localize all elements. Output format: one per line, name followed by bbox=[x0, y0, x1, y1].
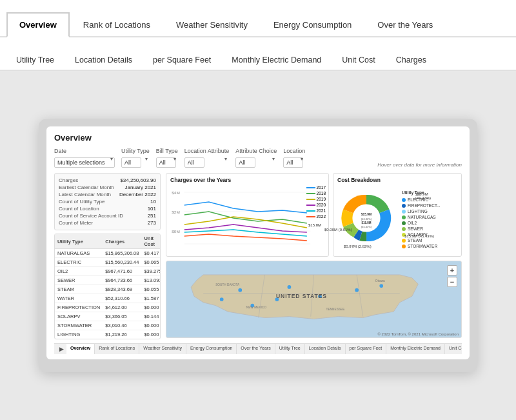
tab-charges[interactable]: Charges bbox=[386, 50, 436, 70]
col-utility-type: Utility Type bbox=[55, 234, 103, 249]
legend-2017-label: 2017 bbox=[317, 185, 326, 190]
legend-2021: 2021 bbox=[306, 208, 326, 213]
dash-tab-years[interactable]: Over the Years bbox=[237, 344, 275, 354]
map-credit: © 2022 TomTom, © 2021 Microsoft Corporat… bbox=[378, 332, 459, 336]
dash-tab-unit[interactable]: Unit Cost bbox=[445, 344, 462, 354]
dash-tab-overview[interactable]: Overview bbox=[66, 344, 95, 354]
svg-point-23 bbox=[220, 297, 224, 301]
left-panel: Charges $34,250,603.90 Earliest Calendar… bbox=[54, 173, 161, 339]
legend-stormwater: STORMWATER bbox=[402, 244, 441, 248]
svg-point-21 bbox=[355, 288, 359, 292]
dash-tab-sqft[interactable]: per Square Feet bbox=[346, 344, 387, 354]
tab-monthly-electric[interactable]: Monthly Electric Demand bbox=[222, 50, 331, 70]
stats-latest-value: December 2022 bbox=[119, 192, 156, 197]
year-legend: 2017 2018 2019 bbox=[306, 185, 326, 219]
legend-2017: 2017 bbox=[306, 185, 326, 190]
dashboard-title: Overview bbox=[54, 133, 462, 143]
tab-rank[interactable]: Rank of Locations bbox=[71, 13, 163, 36]
table-row: ELECTRIC$15,560,230.44$0.065KWH bbox=[55, 258, 161, 267]
col-charges: Charges bbox=[103, 234, 141, 249]
dash-tab-monthly[interactable]: Monthly Electric Demand bbox=[386, 344, 445, 354]
filter-locattr-select[interactable]: All bbox=[184, 157, 204, 168]
stats-charges-value: $34,250,603.90 bbox=[120, 177, 156, 183]
svg-text:$4M: $4M bbox=[172, 190, 180, 195]
tab-utility-tree[interactable]: Utility Tree bbox=[6, 50, 64, 70]
donut-svg: $15.9M (46.32%) $15.8M (45.43%) bbox=[337, 189, 395, 247]
svg-text:SOUTH DAKOTA: SOUTH DAKOTA bbox=[215, 283, 240, 286]
legend-2019: 2019 bbox=[306, 197, 326, 201]
legend-2018-line bbox=[306, 193, 315, 194]
line-chart-svg: $4M $2M $0M bbox=[170, 186, 324, 250]
legend-2018: 2018 bbox=[306, 191, 326, 195]
legend-2020-label: 2020 bbox=[317, 203, 326, 207]
filter-bill-label: Bill Type bbox=[156, 148, 178, 154]
svg-text:(46.32%): (46.32%) bbox=[361, 217, 372, 221]
callout-electric: $15.9M (45.43%) bbox=[404, 234, 434, 238]
legend-2019-line bbox=[306, 199, 315, 200]
legend-lighting: LIGHTING bbox=[402, 209, 441, 214]
callout-naturalgas: $15.9M(46.32%) bbox=[415, 192, 431, 200]
stats-location-count-label: Count of Location bbox=[59, 206, 99, 212]
stats-service-count-label: Count of Service Account ID bbox=[59, 213, 123, 219]
legend-2019-label: 2019 bbox=[317, 197, 326, 201]
table-row: LIGHTING$1,219.26$0.000KWH bbox=[55, 330, 161, 339]
table-row: NATURALGAS$15,865,306.08$0.417THERM bbox=[55, 249, 161, 258]
legend-oil2-label: OIL2 bbox=[408, 221, 417, 225]
table-row: STORMWATER$3,010.46$0.000SQFEET bbox=[55, 321, 161, 330]
zoom-out-button[interactable]: − bbox=[447, 277, 457, 287]
legend-sewer: SEWER bbox=[402, 226, 441, 231]
dash-tab-location[interactable]: Location Details bbox=[305, 344, 346, 354]
filter-location-label: Location bbox=[283, 148, 305, 154]
svg-text:TENNESSEE: TENNESSEE bbox=[326, 308, 345, 311]
dash-tab-energy[interactable]: Energy Consumption bbox=[186, 344, 237, 354]
filter-location-select[interactable]: All bbox=[283, 157, 303, 168]
dash-tab-prev-arrow[interactable]: ▶ bbox=[57, 344, 66, 354]
stats-meter-count: Count of Meter 273 bbox=[59, 219, 156, 226]
legend-naturalgas: NATURALGAS bbox=[402, 215, 441, 219]
charts-row: Charges over the Years $4M $2M $0M bbox=[166, 173, 462, 257]
tab-years[interactable]: Over the Years bbox=[365, 13, 445, 36]
donut-row: $15.9M (46.32%) $15.8M (45.43%) $15.9M(4… bbox=[337, 186, 457, 253]
svg-text:$0M: $0M bbox=[172, 229, 180, 234]
dash-tab-weather[interactable]: Weather Sensitivity bbox=[139, 344, 186, 354]
legend-2020-line bbox=[306, 205, 315, 206]
legend-oil2: OIL2 bbox=[402, 221, 441, 225]
filter-date: Date Multiple selections bbox=[54, 148, 115, 168]
col-unit-cost: Unit Cost bbox=[141, 234, 161, 249]
filter-attrchoice-select[interactable]: All bbox=[235, 157, 255, 168]
callout-oil: $0.97M (2.82%) bbox=[344, 245, 372, 248]
filter-bill-type: Bill Type All bbox=[156, 148, 178, 168]
legend-sewer-label: SEWER bbox=[408, 226, 423, 231]
tab-weather[interactable]: Weather Sensitivity bbox=[164, 13, 260, 36]
map-svg: UNITED STATES SOUTH DAKOTA Ottawa NEW ME… bbox=[166, 261, 461, 337]
legend-2022-line bbox=[306, 216, 315, 217]
legend-2020: 2020 bbox=[306, 203, 326, 207]
svg-point-18 bbox=[288, 285, 292, 289]
callout-steam: $15.8M bbox=[308, 223, 321, 227]
legend-steam-dot bbox=[402, 239, 406, 243]
svg-text:UNITED STATES: UNITED STATES bbox=[276, 293, 327, 299]
filter-attr-choice: Attribute Choice All bbox=[235, 148, 277, 168]
dash-tab-rank[interactable]: Rank of Locations bbox=[95, 344, 139, 354]
tab-unit-cost[interactable]: Unit Cost bbox=[332, 50, 384, 70]
donut-svg-wrap: $15.9M (46.32%) $15.8M (45.43%) $15.9M(4… bbox=[337, 189, 395, 250]
tab-location-details[interactable]: Location Details bbox=[65, 50, 142, 70]
utility-table: Utility Type Charges Unit Cost Unit NATU… bbox=[54, 234, 161, 339]
tab-per-sqft[interactable]: per Square Feet bbox=[143, 50, 221, 70]
svg-text:Ottawa: Ottawa bbox=[375, 279, 385, 283]
filter-bill-select[interactable]: All bbox=[156, 157, 176, 168]
filter-utility-select[interactable]: All bbox=[121, 157, 141, 168]
legend-fireprotect-dot bbox=[402, 204, 406, 208]
table-row: STEAM$828,343.69$0.055MMBTU bbox=[55, 285, 161, 294]
table-row: FIREPROTECTION$4,612.00$0.000CCF bbox=[55, 303, 161, 312]
dash-tab-utility[interactable]: Utility Tree bbox=[275, 344, 305, 354]
legend-2022-label: 2022 bbox=[317, 214, 326, 219]
zoom-in-button[interactable]: + bbox=[447, 265, 457, 275]
table-row: OIL2$967,471.60$39.275GAL bbox=[55, 267, 161, 276]
tab-overview[interactable]: Overview bbox=[6, 12, 70, 37]
stats-location-count: Count of Location 101 bbox=[59, 205, 156, 212]
line-chart-area: Charges over the Years $4M $2M $0M bbox=[166, 173, 329, 257]
filter-date-select[interactable]: Multiple selections bbox=[54, 157, 115, 168]
tab-energy[interactable]: Energy Consumption bbox=[261, 13, 364, 36]
legend-2022: 2022 bbox=[306, 214, 326, 219]
